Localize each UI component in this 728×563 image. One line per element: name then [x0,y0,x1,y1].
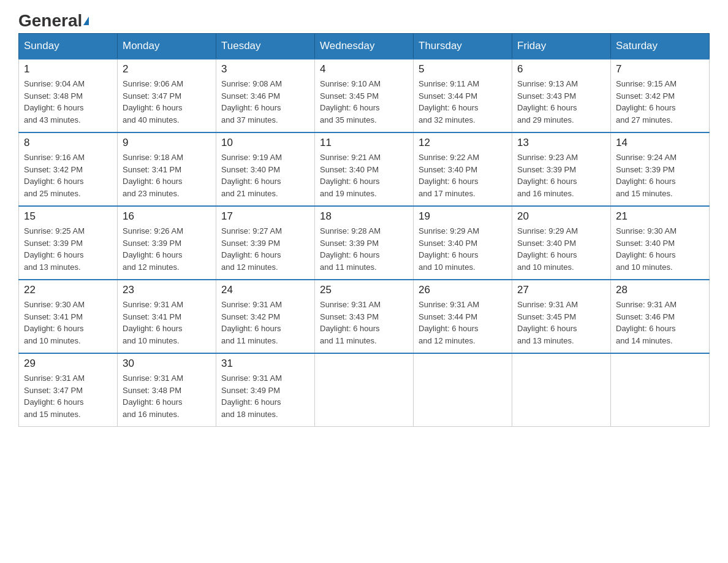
calendar-cell: 20 Sunrise: 9:29 AM Sunset: 3:40 PM Dayl… [512,206,611,280]
day-info: Sunrise: 9:29 AM Sunset: 3:40 PM Dayligh… [517,225,605,273]
calendar-header-row: SundayMondayTuesdayWednesdayThursdayFrid… [19,34,710,59]
header-wednesday: Wednesday [315,34,414,59]
calendar-cell: 30 Sunrise: 9:31 AM Sunset: 3:48 PM Dayl… [118,353,216,427]
day-info: Sunrise: 9:31 AM Sunset: 3:44 PM Dayligh… [419,299,507,347]
calendar-cell: 10 Sunrise: 9:19 AM Sunset: 3:40 PM Dayl… [216,132,315,206]
calendar-cell: 1 Sunrise: 9:04 AM Sunset: 3:48 PM Dayli… [19,59,118,132]
day-info: Sunrise: 9:19 AM Sunset: 3:40 PM Dayligh… [221,151,309,199]
day-number: 6 [517,63,605,75]
calendar-cell: 28 Sunrise: 9:31 AM Sunset: 3:46 PM Dayl… [611,280,710,353]
day-number: 15 [24,210,112,223]
calendar-cell: 21 Sunrise: 9:30 AM Sunset: 3:40 PM Dayl… [611,206,710,280]
day-number: 26 [419,284,507,296]
day-info: Sunrise: 9:16 AM Sunset: 3:42 PM Dayligh… [24,151,112,199]
day-info: Sunrise: 9:22 AM Sunset: 3:40 PM Dayligh… [419,151,507,199]
day-info: Sunrise: 9:31 AM Sunset: 3:47 PM Dayligh… [24,372,112,420]
calendar-cell: 4 Sunrise: 9:10 AM Sunset: 3:45 PM Dayli… [315,59,414,132]
day-number: 7 [616,63,704,75]
calendar-cell [611,353,710,427]
day-info: Sunrise: 9:23 AM Sunset: 3:39 PM Dayligh… [517,151,605,199]
day-number: 9 [123,137,211,149]
calendar-cell: 25 Sunrise: 9:31 AM Sunset: 3:43 PM Dayl… [315,280,414,353]
day-number: 19 [419,210,507,223]
header-thursday: Thursday [414,34,512,59]
calendar-cell: 31 Sunrise: 9:31 AM Sunset: 3:49 PM Dayl… [216,353,315,427]
calendar-cell: 22 Sunrise: 9:30 AM Sunset: 3:41 PM Dayl… [19,280,118,353]
day-info: Sunrise: 9:06 AM Sunset: 3:47 PM Dayligh… [123,78,211,126]
calendar-cell [414,353,512,427]
day-number: 21 [616,210,704,223]
calendar-cell: 18 Sunrise: 9:28 AM Sunset: 3:39 PM Dayl… [315,206,414,280]
calendar-cell [512,353,611,427]
day-info: Sunrise: 9:15 AM Sunset: 3:42 PM Dayligh… [616,78,704,126]
calendar-cell: 2 Sunrise: 9:06 AM Sunset: 3:47 PM Dayli… [118,59,216,132]
day-info: Sunrise: 9:25 AM Sunset: 3:39 PM Dayligh… [24,225,112,273]
calendar-cell: 9 Sunrise: 9:18 AM Sunset: 3:41 PM Dayli… [118,132,216,206]
calendar-week-row: 29 Sunrise: 9:31 AM Sunset: 3:47 PM Dayl… [19,353,710,427]
logo-triangle-icon [83,17,89,25]
day-number: 28 [616,284,704,296]
day-info: Sunrise: 9:24 AM Sunset: 3:39 PM Dayligh… [616,151,704,199]
logo: General [18,12,89,27]
calendar-cell: 8 Sunrise: 9:16 AM Sunset: 3:42 PM Dayli… [19,132,118,206]
calendar-week-row: 8 Sunrise: 9:16 AM Sunset: 3:42 PM Dayli… [19,132,710,206]
calendar-table: SundayMondayTuesdayWednesdayThursdayFrid… [18,33,710,427]
day-number: 20 [517,210,605,223]
day-number: 23 [123,284,211,296]
day-number: 30 [123,358,211,370]
calendar-cell: 15 Sunrise: 9:25 AM Sunset: 3:39 PM Dayl… [19,206,118,280]
day-info: Sunrise: 9:18 AM Sunset: 3:41 PM Dayligh… [123,151,211,199]
day-info: Sunrise: 9:31 AM Sunset: 3:41 PM Dayligh… [123,299,211,347]
day-info: Sunrise: 9:31 AM Sunset: 3:45 PM Dayligh… [517,299,605,347]
day-info: Sunrise: 9:30 AM Sunset: 3:41 PM Dayligh… [24,299,112,347]
day-number: 18 [320,210,408,223]
calendar-cell: 16 Sunrise: 9:26 AM Sunset: 3:39 PM Dayl… [118,206,216,280]
calendar-cell: 6 Sunrise: 9:13 AM Sunset: 3:43 PM Dayli… [512,59,611,132]
calendar-week-row: 1 Sunrise: 9:04 AM Sunset: 3:48 PM Dayli… [19,59,710,132]
calendar-cell: 13 Sunrise: 9:23 AM Sunset: 3:39 PM Dayl… [512,132,611,206]
day-number: 24 [221,284,309,296]
header-sunday: Sunday [19,34,118,59]
logo-text-general: General [18,12,82,29]
day-number: 11 [320,137,408,149]
calendar-cell: 11 Sunrise: 9:21 AM Sunset: 3:40 PM Dayl… [315,132,414,206]
calendar-cell: 29 Sunrise: 9:31 AM Sunset: 3:47 PM Dayl… [19,353,118,427]
day-number: 10 [221,137,309,149]
header-saturday: Saturday [611,34,710,59]
day-number: 13 [517,137,605,149]
day-info: Sunrise: 9:31 AM Sunset: 3:42 PM Dayligh… [221,299,309,347]
calendar-cell: 17 Sunrise: 9:27 AM Sunset: 3:39 PM Dayl… [216,206,315,280]
day-number: 17 [221,210,309,223]
day-info: Sunrise: 9:11 AM Sunset: 3:44 PM Dayligh… [419,78,507,126]
calendar-cell: 5 Sunrise: 9:11 AM Sunset: 3:44 PM Dayli… [414,59,512,132]
calendar-cell: 14 Sunrise: 9:24 AM Sunset: 3:39 PM Dayl… [611,132,710,206]
day-number: 8 [24,137,112,149]
calendar-cell: 26 Sunrise: 9:31 AM Sunset: 3:44 PM Dayl… [414,280,512,353]
day-number: 22 [24,284,112,296]
day-number: 12 [419,137,507,149]
calendar-cell: 19 Sunrise: 9:29 AM Sunset: 3:40 PM Dayl… [414,206,512,280]
header-monday: Monday [118,34,216,59]
day-number: 3 [221,63,309,75]
day-info: Sunrise: 9:27 AM Sunset: 3:39 PM Dayligh… [221,225,309,273]
calendar-cell: 7 Sunrise: 9:15 AM Sunset: 3:42 PM Dayli… [611,59,710,132]
day-number: 5 [419,63,507,75]
day-number: 4 [320,63,408,75]
day-info: Sunrise: 9:28 AM Sunset: 3:39 PM Dayligh… [320,225,408,273]
day-info: Sunrise: 9:30 AM Sunset: 3:40 PM Dayligh… [616,225,704,273]
day-info: Sunrise: 9:10 AM Sunset: 3:45 PM Dayligh… [320,78,408,126]
day-info: Sunrise: 9:31 AM Sunset: 3:43 PM Dayligh… [320,299,408,347]
day-number: 27 [517,284,605,296]
calendar-cell: 3 Sunrise: 9:08 AM Sunset: 3:46 PM Dayli… [216,59,315,132]
day-info: Sunrise: 9:21 AM Sunset: 3:40 PM Dayligh… [320,151,408,199]
day-info: Sunrise: 9:31 AM Sunset: 3:48 PM Dayligh… [123,372,211,420]
day-number: 14 [616,137,704,149]
day-info: Sunrise: 9:31 AM Sunset: 3:46 PM Dayligh… [616,299,704,347]
calendar-week-row: 15 Sunrise: 9:25 AM Sunset: 3:39 PM Dayl… [19,206,710,280]
calendar-cell [315,353,414,427]
calendar-cell: 23 Sunrise: 9:31 AM Sunset: 3:41 PM Dayl… [118,280,216,353]
day-info: Sunrise: 9:04 AM Sunset: 3:48 PM Dayligh… [24,78,112,126]
calendar-cell: 27 Sunrise: 9:31 AM Sunset: 3:45 PM Dayl… [512,280,611,353]
day-number: 29 [24,358,112,370]
calendar-cell: 24 Sunrise: 9:31 AM Sunset: 3:42 PM Dayl… [216,280,315,353]
